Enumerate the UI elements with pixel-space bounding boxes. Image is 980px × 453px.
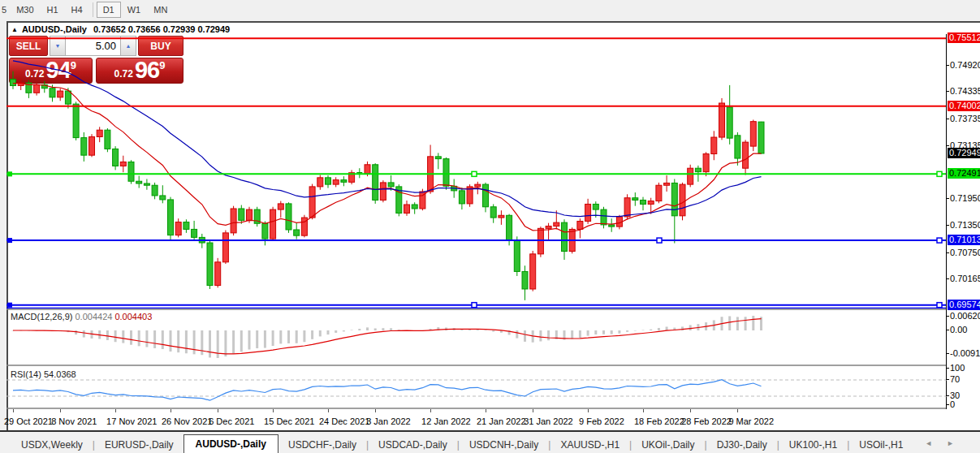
candlestick-chart[interactable] (6, 34, 947, 409)
symbol-tab-dj30-daily[interactable]: DJ30-,Daily (707, 436, 777, 453)
timeframe-button-d1[interactable]: D1 (97, 2, 121, 18)
tab-scroll-left-icon[interactable]: ◄ (925, 439, 947, 447)
symbol-tab-usdchf-daily[interactable]: USDCHF-,Daily (278, 436, 366, 453)
rsi-axis-tick: 100 (950, 363, 965, 373)
date-axis-label: 31 Jan 2022 (524, 416, 573, 426)
date-axis-tick (588, 409, 589, 412)
chart-title: ▲AUDUSD-,Daily0.73652 0.73656 0.72939 0.… (11, 24, 230, 34)
price-axis-tick: 0.70750 (950, 248, 980, 257)
collapse-triangle-icon[interactable]: ▲ (11, 26, 18, 33)
symbol-tab-xauusd-h1[interactable]: XAUUSD-,H1 (550, 436, 629, 453)
date-axis-tick (328, 409, 329, 412)
date-axis-label: 9 Feb 2022 (579, 416, 624, 426)
date-axis-tick (273, 409, 274, 412)
price-axis-tick: 0.71350 (950, 220, 980, 230)
price-level-tag: 0.75512 (948, 32, 980, 43)
symbol-tab-ukoil-daily[interactable]: UKOil-,Daily (632, 436, 704, 453)
price-level-tag: 0.69574 (948, 300, 980, 310)
date-axis-tick (690, 409, 691, 412)
mt4-terminal: 5M30H1H4D1W1MN ▲AUDUSD-,Daily0.73652 0.7… (0, 0, 980, 453)
symbol-tabbar: USDX,Weekly|EURUSD-,DailyAUDUSD-,DailyUS… (0, 430, 980, 453)
date-axis-label: 28 Feb 2022 (681, 416, 732, 426)
price-axis-tick: 0.74335 (950, 86, 980, 96)
date-axis-tick (533, 409, 533, 412)
timeframe-button-h1[interactable]: H1 (41, 2, 65, 18)
price-level-tag: 0.71013 (948, 235, 980, 245)
price-axis-tick: 0.74920 (950, 60, 980, 70)
date-axis-tick (171, 409, 171, 412)
symbol-tab-usdcnh-daily[interactable]: USDCNH-,Daily (460, 436, 548, 453)
date-axis-tick (218, 409, 218, 412)
symbol-tab-audusd-daily[interactable]: AUDUSD-,Daily (183, 434, 278, 453)
date-axis-tick (643, 409, 644, 412)
date-axis-label: 3 Jan 2022 (366, 416, 410, 426)
date-axis-label: 18 Feb 2022 (634, 416, 684, 426)
timeframe-button-5[interactable]: 5 (0, 2, 10, 18)
symbol-tabs: USDX,Weekly|EURUSD-,DailyAUDUSD-,DailyUS… (11, 435, 913, 453)
macd-axis-tick: -0.009197 (950, 348, 980, 358)
current-price-tag: 0.72949 (948, 148, 980, 158)
symbol-tab-uk100-h1[interactable]: UK100-,H1 (779, 436, 847, 453)
timeframe-button-m30[interactable]: M30 (10, 2, 40, 18)
symbol-title: AUDUSD-,Daily (22, 24, 87, 34)
toolbar-separator (93, 2, 93, 17)
date-axis-label: 9 Mar 2022 (728, 416, 774, 426)
macd-axis-tick: 0.00 (950, 325, 967, 334)
timeframe-button-h4[interactable]: H4 (65, 2, 89, 18)
date-axis-tick (737, 409, 738, 412)
symbol-tab-eurusd-daily[interactable]: EURUSD-,Daily (95, 436, 183, 453)
date-axis-tick (60, 409, 61, 412)
date-axis-tick (486, 409, 486, 412)
price-axis-tick: 0.73735 (950, 114, 980, 123)
date-axis-label: 24 Dec 2021 (319, 416, 369, 426)
price-axis-tick: 0.71950 (950, 193, 980, 203)
date-axis-label: 8 Nov 2021 (51, 416, 97, 426)
symbol-tab-usdcad-daily[interactable]: USDCAD-,Daily (369, 436, 457, 453)
date-axis-tick (430, 409, 431, 412)
price-level-tag: 0.74002 (948, 101, 980, 111)
date-axis-label: 6 Dec 2021 (209, 416, 254, 426)
timeframe-button-w1[interactable]: W1 (121, 2, 148, 18)
macd-axis-tick: 0.006201 (950, 311, 980, 321)
rsi-axis-tick: 0 (950, 399, 955, 409)
date-axis-label: 26 Nov 2021 (162, 416, 212, 426)
date-axis-label: 21 Jan 2022 (477, 416, 526, 426)
date-axis-label: 29 Oct 2021 (4, 416, 53, 426)
symbol-tab-usoil-h1[interactable]: USOil-,H1 (849, 436, 913, 453)
tab-scroll-arrows[interactable]: ◄► (925, 439, 969, 447)
date-axis-tick (115, 409, 116, 412)
tab-scroll-right-icon[interactable]: ► (947, 439, 969, 447)
date-axis-label: 17 Nov 2021 (106, 416, 157, 426)
date-axis-label: 12 Jan 2022 (421, 416, 471, 426)
date-axis-tick (13, 409, 14, 412)
price-axis-tick: 0.70165 (950, 274, 980, 283)
timeframe-toolbar: 5M30H1H4D1W1MN (0, 0, 980, 19)
symbol-tab-usdx-weekly[interactable]: USDX,Weekly (11, 436, 93, 453)
ohlc-values: 0.73652 0.73656 0.72939 0.72949 (93, 24, 230, 34)
price-level-tag: 0.72491 (948, 168, 980, 179)
rsi-axis-tick: 70 (950, 374, 960, 384)
date-axis-tick (375, 409, 376, 412)
timeframe-button-mn[interactable]: MN (147, 2, 174, 18)
date-axis-label: 15 Dec 2021 (264, 416, 314, 426)
